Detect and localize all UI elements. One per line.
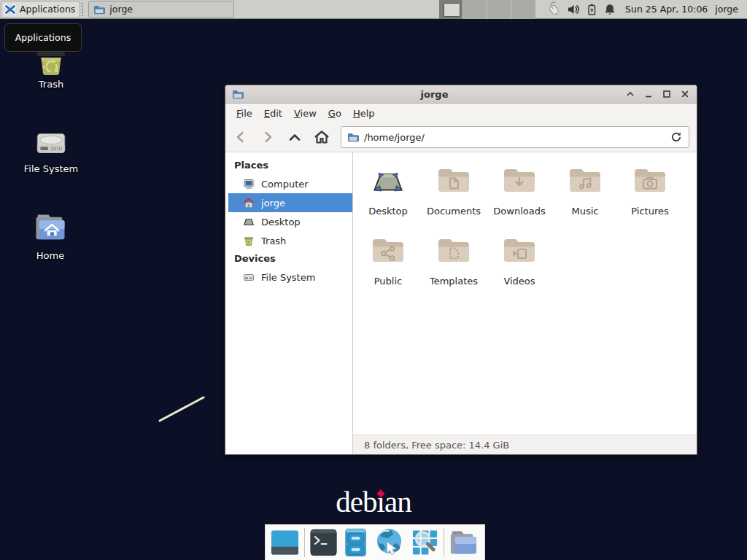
sidebar-item-trash[interactable]: Trash xyxy=(225,231,352,250)
templates-folder-icon xyxy=(436,234,471,269)
shade-button[interactable] xyxy=(625,89,635,99)
sidebar-item-computer[interactable]: Computer xyxy=(225,174,352,193)
path-folder-icon xyxy=(347,131,359,143)
sidebar-header-devices: Devices xyxy=(225,250,352,268)
folder-label: Templates xyxy=(423,276,484,287)
window-folder-icon xyxy=(232,88,244,100)
applications-label: Applications xyxy=(20,4,75,15)
applications-tooltip: Applications xyxy=(4,23,82,52)
downloads-folder-icon xyxy=(502,164,537,199)
music-folder-icon xyxy=(568,164,603,199)
menu-edit[interactable]: Edit xyxy=(258,106,288,121)
window-titlebar[interactable]: jorge xyxy=(225,85,697,104)
menu-help[interactable]: Help xyxy=(347,106,381,121)
workspace-4[interactable] xyxy=(511,0,535,19)
folder-label: Public xyxy=(357,276,419,287)
tooltip-text: Applications xyxy=(15,32,71,43)
file-manager-window: jorge File Edit View Go Help xyxy=(225,85,697,455)
menu-view[interactable]: View xyxy=(288,106,322,121)
dock-folder-icon[interactable] xyxy=(449,528,480,557)
hard-drive-icon xyxy=(33,124,69,160)
panel-username[interactable]: jorge xyxy=(715,4,738,15)
toolbar: /home/jorge/ xyxy=(225,122,697,152)
window-title: jorge xyxy=(244,89,625,100)
desktop-icon-label: File System xyxy=(16,163,86,174)
battery-icon[interactable] xyxy=(585,3,598,16)
menu-go[interactable]: Go xyxy=(322,106,347,121)
folder-icon xyxy=(93,4,105,15)
back-button[interactable] xyxy=(231,128,250,147)
taskbar-window-button[interactable]: jorge xyxy=(88,1,234,18)
sidebar-item-label: Desktop xyxy=(261,217,301,228)
system-tray xyxy=(546,1,616,17)
forward-button[interactable] xyxy=(258,128,277,147)
panel-separator-handle[interactable] xyxy=(82,3,86,16)
dock-web-browser-icon[interactable] xyxy=(374,526,406,559)
minimize-button[interactable] xyxy=(643,89,654,99)
folder-tile-music[interactable]: Music xyxy=(554,164,616,217)
taskbar-window-label: jorge xyxy=(109,4,133,15)
desktop-mini-icon xyxy=(243,216,255,228)
debian-logo: debıan xyxy=(0,484,747,519)
workspace-1[interactable] xyxy=(439,0,463,19)
path-bar[interactable]: /home/jorge/ xyxy=(341,126,689,148)
folder-tile-public[interactable]: Public xyxy=(357,234,419,287)
desktop-icon-filesystem[interactable]: File System xyxy=(16,124,86,174)
dock-separator xyxy=(444,528,444,557)
sidebar-item-jorge[interactable]: jorge xyxy=(228,193,352,212)
desktop-icon-label: Home xyxy=(15,250,85,261)
dock-separator xyxy=(304,528,305,557)
bell-icon[interactable] xyxy=(603,3,616,16)
bottom-dock xyxy=(265,524,485,560)
videos-folder-icon xyxy=(502,234,537,269)
home-button[interactable] xyxy=(312,128,331,147)
statusbar: 8 folders, Free space: 14.4 GiB xyxy=(353,435,697,454)
workspace-pager[interactable] xyxy=(439,0,535,19)
folder-label: Desktop xyxy=(357,206,419,217)
reload-icon[interactable] xyxy=(670,131,683,144)
top-panel: Applications jorge xyxy=(0,0,747,19)
folder-tile-videos[interactable]: Videos xyxy=(489,234,550,287)
dock-file-cabinet-icon[interactable] xyxy=(342,528,369,557)
folder-tile-templates[interactable]: Templates xyxy=(423,234,484,287)
pictures-folder-icon xyxy=(632,164,667,199)
menu-file[interactable]: File xyxy=(231,106,258,121)
desktop-icon-home[interactable]: Home xyxy=(15,209,85,261)
desktop-icon-label: Trash xyxy=(16,79,86,90)
sidebar-item-label: Trash xyxy=(261,236,286,246)
desktop-trapezoid-icon xyxy=(371,164,406,199)
applications-menu-button[interactable]: Applications xyxy=(1,1,80,18)
close-button[interactable] xyxy=(680,89,690,99)
mouse-icon[interactable] xyxy=(546,1,562,17)
menubar: File Edit View Go Help xyxy=(225,104,697,122)
folder-tile-pictures[interactable]: Pictures xyxy=(619,164,681,217)
folder-label: Videos xyxy=(489,276,550,287)
computer-icon xyxy=(243,178,255,190)
xfce-logo-icon xyxy=(4,3,17,16)
folder-label: Documents xyxy=(423,206,484,217)
up-button[interactable] xyxy=(285,128,304,147)
folder-tile-downloads[interactable]: Downloads xyxy=(489,164,550,217)
documents-folder-icon xyxy=(436,164,471,199)
folder-tile-desktop[interactable]: Desktop xyxy=(357,164,419,217)
maximize-button[interactable] xyxy=(662,89,672,99)
sidebar: Places Computer jorge xyxy=(225,152,353,454)
workspace-2[interactable] xyxy=(463,0,487,19)
sidebar-item-label: Computer xyxy=(261,179,309,190)
file-view: Desktop Documents xyxy=(353,152,697,435)
status-text: 8 folders, Free space: 14.4 GiB xyxy=(364,440,509,451)
volume-icon[interactable] xyxy=(567,3,580,16)
dock-app-finder-icon[interactable] xyxy=(411,528,439,557)
workspace-3[interactable] xyxy=(487,0,511,19)
drive-mini-icon xyxy=(243,271,255,283)
sidebar-item-label: jorge xyxy=(261,198,285,209)
dock-terminal-icon[interactable] xyxy=(309,528,338,557)
sidebar-item-filesystem[interactable]: File System xyxy=(225,268,352,287)
sidebar-item-label: File System xyxy=(261,272,315,283)
path-text: /home/jorge/ xyxy=(364,132,425,143)
folder-tile-documents[interactable]: Documents xyxy=(423,164,484,217)
sidebar-item-desktop[interactable]: Desktop xyxy=(225,212,352,231)
panel-clock[interactable]: Sun 25 Apr, 10:06 xyxy=(625,4,708,15)
home-icon xyxy=(243,197,255,209)
dock-desktop-icon[interactable] xyxy=(270,528,300,557)
